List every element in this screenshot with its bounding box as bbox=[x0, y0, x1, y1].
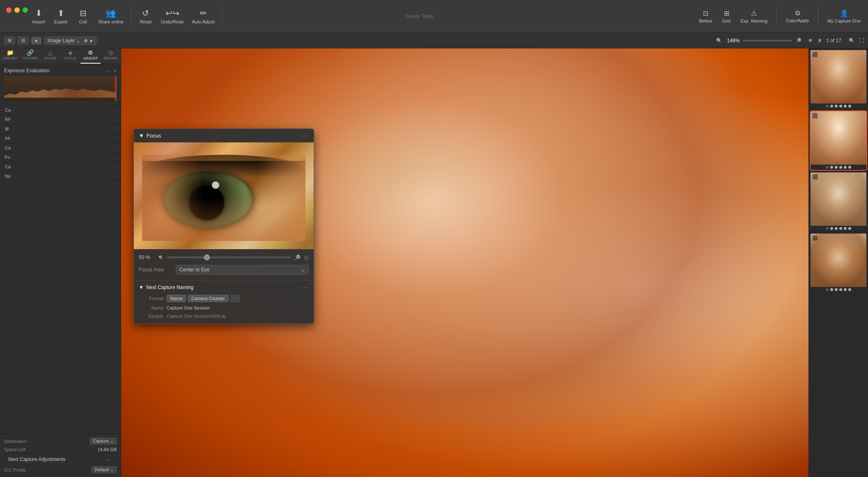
search-icon[interactable]: 🔍 bbox=[849, 38, 855, 44]
filmstrip-thumb-3 bbox=[811, 172, 866, 226]
sidebar-item-rf[interactable]: RF › bbox=[0, 115, 121, 124]
exposure-header[interactable]: Exposure Evaluation ··· ∨ bbox=[4, 67, 117, 75]
sidebar-item-fo[interactable]: Fo › bbox=[0, 153, 121, 162]
filmstrip-checkbox-2[interactable] bbox=[812, 113, 818, 119]
tab-style[interactable]: ◈ STYLE bbox=[60, 48, 80, 64]
sidebar-item-ca1[interactable]: Ca › bbox=[0, 105, 121, 115]
sample-value: Capture One Session0000.iiq bbox=[167, 314, 226, 319]
dot-3-2 bbox=[830, 227, 833, 230]
tab-tether[interactable]: 🔗 TETHER bbox=[20, 48, 40, 64]
next-capture-adj-row[interactable]: Next Capture Adjustments ··· bbox=[4, 453, 117, 465]
copy-apply-icon: ⧉ bbox=[795, 9, 800, 17]
separator-4 bbox=[818, 6, 818, 27]
sidebar-item-4[interactable]: #4 › bbox=[0, 134, 121, 143]
exposure-more-btn[interactable]: ··· bbox=[103, 67, 111, 74]
sidebar-item-ca2[interactable]: Ca › bbox=[0, 143, 121, 153]
cull-button[interactable]: ⊟ Cull bbox=[73, 7, 93, 26]
naming-section: ▼ Next Capture Naming ··· Format Name Ca… bbox=[134, 280, 314, 323]
main-toolbar: ⬇ Import ⬆ Export ⊟ Cull 👥 Share online … bbox=[0, 0, 868, 33]
filmstrip-item-1[interactable] bbox=[811, 50, 866, 109]
share-button[interactable]: 👥 Share online bbox=[95, 7, 127, 26]
before-button[interactable]: ⊡ Before bbox=[696, 8, 715, 25]
filmstrip-item-4[interactable] bbox=[811, 234, 866, 292]
sample-label: Sample bbox=[139, 314, 163, 319]
zoom-out-icon[interactable]: 🔍 bbox=[716, 38, 722, 44]
focus-zoom-slider[interactable] bbox=[167, 257, 291, 258]
focus-zoom-thumb[interactable] bbox=[204, 255, 210, 260]
pause-icon[interactable]: ⏸ bbox=[817, 38, 822, 44]
filmstrip-item-2[interactable] bbox=[811, 111, 866, 170]
sidebar-item-ne[interactable]: Ne › bbox=[0, 172, 121, 181]
main-area: 📁 LIBRARY 🔗 TETHER △ SHAPE ◈ STYLE ⚙ ADJ… bbox=[0, 48, 868, 477]
format-more-btn[interactable]: ··· bbox=[230, 295, 240, 302]
filmstrip-item-3[interactable] bbox=[811, 172, 866, 231]
filmstrip-checkbox-4[interactable] bbox=[812, 235, 818, 241]
zoom-percent-label: 50 % bbox=[139, 255, 155, 260]
icc-profile-select[interactable]: Default ⌄ bbox=[92, 466, 117, 473]
export-button[interactable]: ⬆ Export bbox=[51, 7, 71, 26]
format-tag-name[interactable]: Name bbox=[167, 295, 186, 302]
focus-panel-header[interactable]: ▼ Focus ··· bbox=[134, 129, 314, 142]
library-icon: 📁 bbox=[7, 49, 14, 56]
layer-label: Image Layer bbox=[48, 38, 75, 44]
copy-apply-button[interactable]: ⧉ Copy/Apply bbox=[783, 8, 812, 25]
reset-button[interactable]: ↺ Reset bbox=[135, 7, 156, 26]
naming-collapse-arrow[interactable]: ▼ bbox=[139, 284, 144, 290]
zoom-slider-area[interactable] bbox=[743, 40, 792, 41]
dot-1-2 bbox=[830, 105, 833, 108]
next-capture-more-btn[interactable]: ··· bbox=[104, 456, 113, 463]
dot-2-2 bbox=[830, 166, 833, 169]
view-circle-button[interactable]: ● bbox=[31, 37, 41, 44]
right-filmstrip[interactable] bbox=[808, 48, 868, 477]
tab-refine[interactable]: ◎ REFINE bbox=[101, 48, 121, 64]
separator-3 bbox=[776, 6, 777, 27]
minimize-button[interactable] bbox=[14, 7, 20, 13]
exposure-arrow: ∨ bbox=[114, 69, 117, 73]
tether-icon: 🔗 bbox=[27, 49, 34, 56]
tab-shape[interactable]: △ SHAPE bbox=[40, 48, 60, 64]
view-mode-icons[interactable]: ⊞ bbox=[4, 37, 15, 44]
naming-header[interactable]: ▼ Next Capture Naming ··· bbox=[139, 284, 309, 293]
dot-1-4 bbox=[839, 105, 842, 108]
space-label: Space Left bbox=[4, 447, 26, 452]
view-square-button[interactable]: ⊟ bbox=[18, 37, 29, 44]
focus-reset-icon[interactable]: ⊙ bbox=[304, 254, 309, 261]
tab-adjust[interactable]: ⚙ ADJUST bbox=[80, 48, 101, 64]
close-button[interactable] bbox=[6, 7, 11, 13]
sidebar-item-m[interactable]: M › bbox=[0, 124, 121, 134]
focus-image-preview bbox=[134, 142, 314, 249]
format-tag-camera-counter[interactable]: Camera Counter bbox=[188, 295, 228, 302]
filmstrip-checkbox-3[interactable] bbox=[812, 174, 818, 180]
layer-add-icon[interactable]: ⊕ bbox=[84, 38, 88, 44]
rf-arrow: › bbox=[115, 117, 116, 122]
focus-area-select[interactable]: Center to Eye ⌄ bbox=[176, 265, 309, 275]
focus-menu-btn[interactable]: ··· bbox=[301, 132, 309, 139]
grid-view-icon: ⊞ bbox=[8, 38, 11, 43]
exposure-section: Exposure Evaluation ··· ∨ bbox=[0, 64, 121, 105]
grid-button[interactable]: ⊞ Grid bbox=[719, 8, 734, 25]
auto-adjust-button[interactable]: ✏ Auto Adjust bbox=[188, 7, 218, 26]
zoom-in-icon[interactable]: 🔎 bbox=[795, 38, 801, 44]
ca3-arrow: › bbox=[115, 165, 116, 169]
eye-icon[interactable]: 👁 bbox=[808, 38, 813, 44]
naming-more-btn[interactable]: ··· bbox=[301, 284, 309, 291]
my-capture-button[interactable]: 👤 My Capture One bbox=[824, 8, 864, 25]
destination-select[interactable]: Capture ⌄ bbox=[90, 438, 117, 445]
focus-collapse-arrow[interactable]: ▼ bbox=[139, 133, 144, 139]
left-panel-scroll[interactable]: Exposure Evaluation ··· ∨ Ca › bbox=[0, 64, 121, 433]
dot-1-6 bbox=[848, 105, 851, 108]
import-button[interactable]: ⬇ Import bbox=[28, 7, 49, 26]
format-label: Format bbox=[139, 296, 163, 301]
layer-selector[interactable]: Image Layer ⌄ ⊕ ▸ bbox=[44, 37, 97, 45]
maximize-button[interactable] bbox=[23, 7, 28, 13]
undo-redo-button[interactable]: ↩↪ Undo/Redo bbox=[158, 7, 187, 26]
zoom-out-small-icon[interactable]: 🔍 bbox=[158, 255, 163, 260]
filmstrip-checkbox-1[interactable] bbox=[812, 52, 818, 57]
exp-warning-button[interactable]: ⚠ Exp. Warning bbox=[737, 8, 771, 25]
filmstrip-thumb-1 bbox=[811, 50, 866, 103]
zoom-in-small-icon[interactable]: 🔎 bbox=[294, 255, 301, 261]
fullscreen-icon[interactable]: ⛶ bbox=[859, 38, 864, 44]
focus-panel: ▼ Focus ··· bbox=[133, 128, 314, 324]
sidebar-item-ca3[interactable]: Ca › bbox=[0, 162, 121, 172]
tab-library[interactable]: 📁 LIBRARY bbox=[0, 48, 20, 64]
